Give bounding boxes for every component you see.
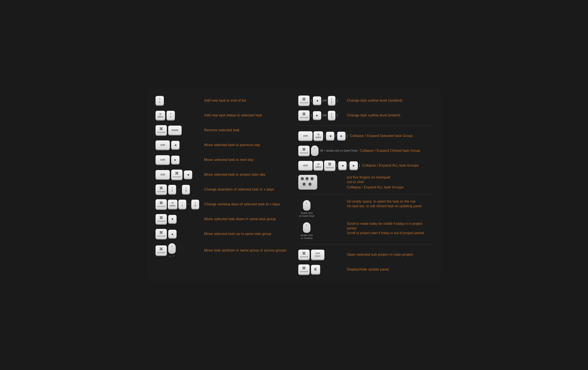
keys-collapse-selected: shift altoption ( ◄ / ► ) xyxy=(298,131,348,141)
key-arrow-right-r2: ► xyxy=(337,132,346,140)
desc-next-day: Move selected task to next day xyxy=(204,157,290,162)
key-command-5: ⌘ command xyxy=(156,214,167,224)
shortcut-collapse-selected: shift altoption ( ◄ / ► ) Collapse / Exp… xyxy=(298,131,432,141)
mouse-timeline-label: double clickon Timeline xyxy=(301,234,313,240)
key-alt-option-1: altoption xyxy=(156,111,165,120)
keys-timeline-click: double clickon Timeline xyxy=(298,221,345,240)
shortcut-working-days: ⌘ command altoption !1 ··· (9 Change wor… xyxy=(156,199,290,210)
desc-add-end: Add new task to end of list xyxy=(204,98,290,103)
key-number-9b: (9 xyxy=(191,200,199,209)
key-number-1b: !1 xyxy=(178,200,186,209)
key-command-3: ⌘ command xyxy=(156,184,167,195)
shortcut-trackpad: put five fingers on trackpad not to clic… xyxy=(298,175,432,190)
keys-move-updown: ⌘ command ▲ ▼ xyxy=(156,243,202,258)
shortcut-project-start: shift ⌘ command ◄ Move selected task to … xyxy=(156,169,290,180)
keys-add-below: altoption += xyxy=(156,111,202,120)
shortcut-outdent: ⌘ command ( ◄ OR {[ ) Change task outlin… xyxy=(298,95,432,106)
shortcut-display-panel: ⌘ command E Display/Hide update panel xyxy=(298,264,432,275)
desc-prev-day: Move selected task to previous day xyxy=(204,143,290,147)
key-command-1: ⌘ command xyxy=(156,125,167,135)
desc-trackpad-action: Collapse / Expand ALL task Groups xyxy=(347,185,432,189)
keys-prev-day: shift ◄ xyxy=(156,140,202,150)
shortcut-prev-day: shift ◄ Move selected task to previous d… xyxy=(156,140,290,151)
key-shift-r1: shift xyxy=(298,131,313,141)
key-arrow-down: ▼ xyxy=(168,215,177,223)
keys-next-day: shift ► xyxy=(156,155,202,164)
key-delete: delete xyxy=(168,126,182,135)
paren-r3: ) xyxy=(346,134,347,138)
key-arrow-left-r1: ◄ xyxy=(313,96,321,105)
shortcut-add-end: += Add new task to end of list xyxy=(156,95,290,106)
key-number-1: !1 xyxy=(168,185,176,194)
paren-l2: ( xyxy=(311,113,312,117)
keys-collapse-clicked: ⌘ command (⌘ + double click on Gantt Cha… xyxy=(298,145,357,156)
shortcut-timeline-click: double clickon Timeline Scroll to make t… xyxy=(298,221,432,240)
left-column: += Add new task to end of list altoption… xyxy=(156,95,290,275)
shortcut-add-below: altoption += Add new task below to selec… xyxy=(156,110,290,121)
key-plus-2: += xyxy=(167,111,175,120)
key-arrow-right-1: ► xyxy=(171,156,179,164)
keys-outdent: ⌘ command ( ◄ OR {[ ) xyxy=(298,96,345,106)
keys-duration: ⌘ command !1 ··· (9 xyxy=(156,184,202,195)
key-shift-1: shift xyxy=(156,140,170,150)
desc-gantt-2: On task bar, to edit clicked task on upd… xyxy=(347,204,432,208)
key-command-6: ⌘ command xyxy=(156,229,167,239)
shortcut-remove: ⌘ command delete Remove selected task xyxy=(156,125,290,136)
shortcut-move-up: ⌘ command ▲ Move selected task up in sam… xyxy=(156,229,290,239)
shortcut-indent: ⌘ command ( ► OR }] ) Change task outlin… xyxy=(298,110,432,121)
key-shift-3: shift xyxy=(156,170,170,179)
desc-timeline-1: Scroll to make today be visible if today… xyxy=(347,221,432,231)
paren-r1: ) xyxy=(336,99,337,102)
desc-indent: Change task outline level (indent) xyxy=(347,113,432,118)
shortcut-move-down: ⌘ command ▼ Move selected task down in s… xyxy=(156,214,290,225)
or-text-2: OR xyxy=(322,114,327,117)
paren-r2: ) xyxy=(336,113,337,117)
key-arrow-left-1: ◄ xyxy=(171,141,179,149)
key-arrow-left-r3: ◄ xyxy=(338,161,347,170)
key-arrow-right-r1: ► xyxy=(313,111,321,120)
keys-indent: ⌘ command ( ► OR }] ) xyxy=(298,110,345,120)
desc-outdent: Change task outline level (outdent) xyxy=(347,98,432,103)
key-arrow-up: ▲ xyxy=(168,230,177,238)
right-column: ⌘ command ( ◄ OR {[ ) Change task outlin… xyxy=(298,95,432,275)
key-command-2: ⌘ command xyxy=(171,170,183,180)
key-command-r3: ⌘ command xyxy=(298,146,310,156)
keys-add-end: += xyxy=(156,96,202,105)
key-number-9: (9 xyxy=(182,185,190,194)
paren-r4: ) xyxy=(359,164,360,167)
key-alt-r2: altoption xyxy=(314,161,323,170)
key-alt-r1: altoption xyxy=(314,131,323,141)
desc-open-subproject: Open selected sub project in main projec… xyxy=(347,252,432,257)
dots-1: ··· xyxy=(178,187,181,192)
mouse-timeline-dblclick xyxy=(303,222,311,233)
desc-duration: Change duaration of selected task to x d… xyxy=(204,187,290,192)
shortcut-gantt-click: double clickon Gantt Chart On empty spac… xyxy=(298,199,432,218)
paren-l4: ( xyxy=(336,164,337,167)
paren-l1: ( xyxy=(311,99,312,102)
key-command-r6: ⌘ command xyxy=(298,264,310,274)
desc-working-days: Change working days of selected task to … xyxy=(204,202,290,207)
key-brace-2: }] xyxy=(328,111,336,120)
paren-l3: ( xyxy=(324,134,325,138)
desc-trackpad-1: put five fingers on trackpad xyxy=(347,175,432,180)
mouse-gantt-dblclick xyxy=(303,200,311,211)
shortcut-open-subproject: ⌘ command enter return Open selected sub… xyxy=(298,249,432,260)
slash-2: / xyxy=(347,163,348,168)
keys-move-down: ⌘ command ▼ xyxy=(156,214,202,224)
keys-display-panel: ⌘ command E xyxy=(298,264,345,274)
shortcut-collapse-clicked: ⌘ command (⌘ + double click on Gantt Cha… xyxy=(298,145,432,156)
desc-display-panel: Display/Hide update panel xyxy=(347,267,432,272)
key-shift-2: shift xyxy=(156,155,170,164)
desc-add-below: Add new task below to selected task xyxy=(204,113,290,118)
mouse-gantt-label: double clickon Gantt Chart xyxy=(299,211,314,218)
key-command-r5: ⌘ command xyxy=(298,250,310,260)
gantt-click-label: (⌘ + double click on Gantt Chart) xyxy=(320,149,357,152)
mouse-gantt-area: double clickon Gantt Chart xyxy=(298,200,315,218)
desc-move-up: Move selected task up in same task group xyxy=(204,232,290,236)
key-command-r4: ⌘ command xyxy=(324,161,336,171)
key-enter: enter return xyxy=(311,250,325,260)
shortcut-collapse-all: shift altoption ⌘ command ( ◄ / ► ) Coll… xyxy=(298,160,432,171)
desc-move-down: Move selected task down in same task gro… xyxy=(204,217,290,221)
key-command-7: ⌘ command xyxy=(156,245,167,255)
key-command-r1: ⌘ command xyxy=(298,96,310,106)
